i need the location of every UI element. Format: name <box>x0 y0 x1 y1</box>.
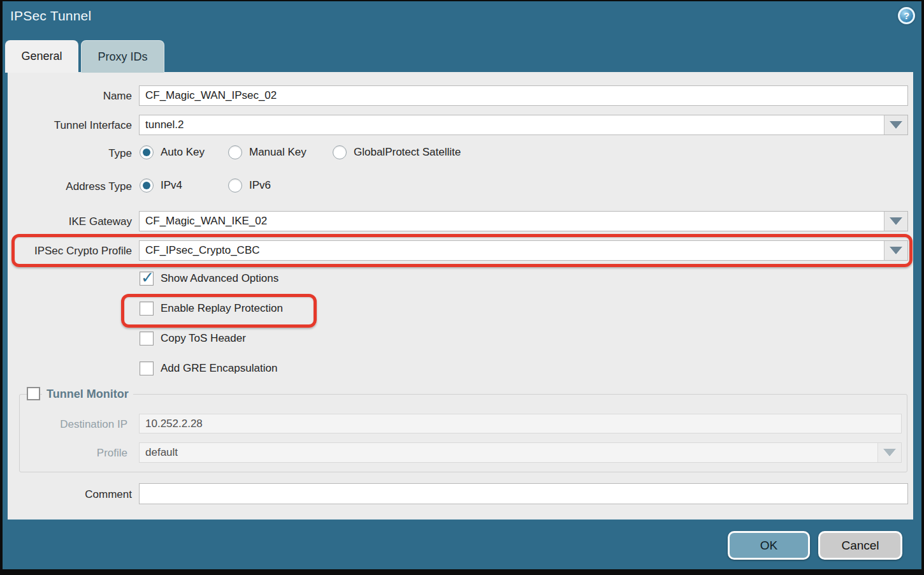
radio-auto-key[interactable]: Auto Key <box>140 145 205 159</box>
ipsec-tunnel-dialog: IPSec Tunnel General Proxy IDs Name Tunn… <box>0 0 924 575</box>
ok-button-label: OK <box>760 539 777 553</box>
radio-manual-key[interactable]: Manual Key <box>228 145 307 159</box>
name-label: Name <box>13 90 132 103</box>
dialog-title: IPSec Tunnel <box>10 8 91 24</box>
ipsec-crypto-profile-label: IPSec Crypto Profile <box>13 245 132 258</box>
profile-dropdown-button <box>877 443 901 462</box>
destination-ip-input <box>140 414 901 433</box>
radio-circle[interactable] <box>140 178 154 193</box>
radio-ipv4[interactable]: IPv4 <box>140 178 182 193</box>
help-icon[interactable] <box>898 7 915 24</box>
comment-field[interactable] <box>139 483 908 504</box>
tunnel-interface-label: Tunnel Interface <box>13 119 132 132</box>
name-field[interactable] <box>139 85 908 106</box>
radio-label: GlobalProtect Satellite <box>354 146 461 159</box>
chevron-down-icon <box>883 449 896 456</box>
radio-label: Auto Key <box>161 146 205 159</box>
checkbox-label: Add GRE Encapsulation <box>161 362 277 375</box>
checkbox-show-advanced-options[interactable]: Show Advanced Options <box>140 272 278 286</box>
ipsec-crypto-profile-dropdown-button[interactable] <box>884 241 907 260</box>
radio-circle[interactable] <box>333 145 347 159</box>
radio-label: Manual Key <box>249 146 307 159</box>
checkbox-box[interactable] <box>140 272 154 286</box>
radio-label: IPv6 <box>249 179 271 192</box>
cancel-button-label: Cancel <box>841 539 879 553</box>
radio-circle[interactable] <box>228 145 242 159</box>
tunnel-monitor-checkbox[interactable] <box>27 387 40 400</box>
type-radio-group: Auto Key Manual Key GlobalProtect Satell… <box>0 145 924 163</box>
ipsec-crypto-profile-field[interactable] <box>139 240 908 261</box>
comment-label: Comment <box>13 488 132 501</box>
comment-input[interactable] <box>140 484 907 504</box>
profile-field <box>139 442 902 463</box>
profile-label: Profile <box>25 447 127 460</box>
chevron-down-icon <box>890 247 902 254</box>
ike-gateway-field[interactable] <box>139 211 908 231</box>
tunnel-interface-dropdown-button[interactable] <box>884 115 907 135</box>
tunnel-interface-field[interactable] <box>139 115 908 135</box>
cancel-button[interactable]: Cancel <box>818 531 902 560</box>
checkbox-box[interactable] <box>140 361 154 375</box>
checkbox-box[interactable] <box>140 331 154 346</box>
tab-general-label: General <box>21 50 62 63</box>
profile-input <box>140 443 877 462</box>
checkbox-box[interactable] <box>140 302 154 316</box>
name-input[interactable] <box>140 86 907 105</box>
tunnel-monitor-label: Tunnel Monitor <box>42 386 133 402</box>
ike-gateway-input[interactable] <box>140 212 884 231</box>
checkbox-label: Show Advanced Options <box>161 272 278 285</box>
tab-general[interactable]: General <box>5 40 78 73</box>
tab-proxy-ids[interactable]: Proxy IDs <box>81 40 164 73</box>
checkbox-enable-replay-protection[interactable]: Enable Replay Protection <box>140 302 283 316</box>
ok-button[interactable]: OK <box>728 531 810 560</box>
address-type-radio-group: IPv4 IPv6 <box>0 178 924 196</box>
checkbox-add-gre-encapsulation[interactable]: Add GRE Encapsulation <box>140 361 277 375</box>
ike-gateway-label: IKE Gateway <box>13 215 132 228</box>
checkbox-copy-tos-header[interactable]: Copy ToS Header <box>140 331 246 346</box>
tunnel-interface-input[interactable] <box>140 115 884 135</box>
radio-label: IPv4 <box>161 179 182 192</box>
radio-ipv6[interactable]: IPv6 <box>228 178 271 193</box>
destination-ip-field <box>139 414 902 433</box>
ike-gateway-dropdown-button[interactable] <box>884 212 907 231</box>
destination-ip-label: Destination IP <box>25 418 127 431</box>
chevron-down-icon <box>890 217 902 225</box>
chevron-down-icon <box>890 121 902 129</box>
checkbox-label: Copy ToS Header <box>161 332 246 345</box>
ipsec-crypto-profile-input[interactable] <box>140 241 884 260</box>
radio-globalprotect-satellite[interactable]: GlobalProtect Satellite <box>333 145 461 159</box>
tab-proxy-ids-label: Proxy IDs <box>97 50 147 64</box>
radio-circle[interactable] <box>228 178 242 193</box>
radio-circle[interactable] <box>140 145 154 159</box>
checkbox-label: Enable Replay Protection <box>161 302 283 315</box>
